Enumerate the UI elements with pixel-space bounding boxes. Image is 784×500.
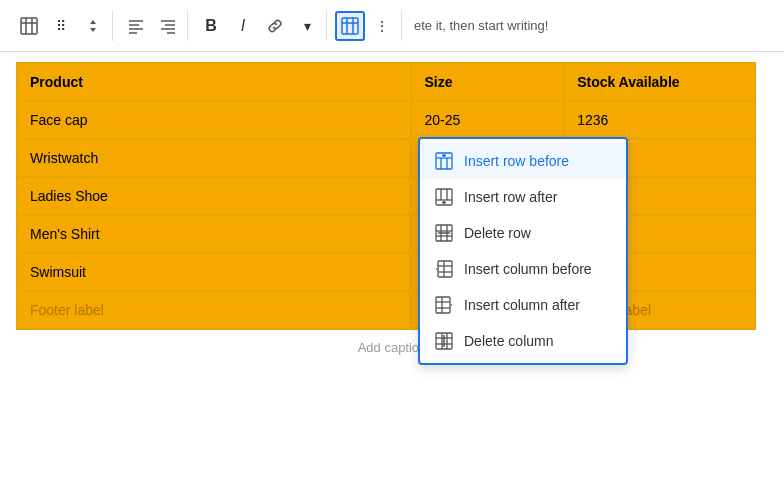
cell-product-2: Ladies Shoe [17,177,411,215]
table-icon-btn[interactable] [14,11,44,41]
align-right-btn[interactable] [153,11,183,41]
svg-rect-12 [342,18,358,34]
menu-label-insert-row-before: Insert row before [464,153,569,169]
cell-product-3: Men's Shirt [17,215,411,253]
arrows-updown-btn[interactable] [78,11,108,41]
insert-col-after-icon [434,295,454,315]
table-icon [20,17,38,35]
table-wrapper: Product Size Stock Available Face cap 20… [0,52,784,359]
menu-item-delete-row[interactable]: Delete row [420,215,626,251]
menu-label-insert-row-after: Insert row after [464,189,557,205]
menu-item-insert-row-after[interactable]: Insert row after [420,179,626,215]
delete-col-icon [434,331,454,351]
bold-btn[interactable]: B [196,11,226,41]
header-stock: Stock Available [564,63,755,101]
insert-row-after-icon [434,187,454,207]
link-icon [266,17,284,35]
svg-rect-34 [438,261,452,277]
table-row: Swimsuit 30-45 950 [17,253,755,291]
menu-item-insert-col-before[interactable]: Insert column before [420,251,626,287]
chevron-down-btn[interactable]: ▾ [292,11,322,41]
menu-label-delete-col: Delete column [464,333,554,349]
table-head: Product Size Stock Available [17,63,755,101]
align-left-icon [127,17,145,35]
table-body: Face cap 20-25 1236 Wristwatch 50-60 700… [17,101,755,291]
header-row: Product Size Stock Available [17,63,755,101]
table-row: Face cap 20-25 1236 [17,101,755,139]
link-btn[interactable] [260,11,290,41]
cell-product-0: Face cap [17,101,411,139]
footer-row: Footer label Footer label Footer label [17,291,755,329]
table-foot: Footer label Footer label Footer label [17,291,755,329]
cell-size-0: 20-25 [411,101,564,139]
align-right-icon [159,17,177,35]
menu-item-insert-row-before[interactable]: Insert row before [420,143,626,179]
more-options-btn[interactable]: ⋮ [367,11,397,41]
table-row: Men's Shirt 45-100 456 [17,215,755,253]
menu-item-insert-col-after[interactable]: Insert column after [420,287,626,323]
toolbar-group-table-active: ⋮ [331,11,402,41]
italic-btn[interactable]: I [228,11,258,41]
toolbar-group-table: ⠿ [10,11,113,41]
table-row: Wristwatch 50-60 700 [17,139,755,177]
menu-label-insert-col-after: Insert column after [464,297,580,313]
toolbar-group-align [117,11,188,41]
header-product: Product [17,63,411,101]
header-size: Size [411,63,564,101]
insert-col-before-icon [434,259,454,279]
svg-rect-39 [436,297,450,313]
toolbar-trailing-text: ete it, then start writing! [406,18,548,33]
cell-stock-0: 1236 [564,101,755,139]
menu-label-delete-row: Delete row [464,225,531,241]
insert-row-before-icon [434,151,454,171]
arrows-icon [85,18,101,34]
data-table: Product Size Stock Available Face cap 20… [16,62,756,330]
delete-row-icon [434,223,454,243]
menu-item-delete-col[interactable]: Delete column [420,323,626,359]
table-active-btn[interactable] [335,11,365,41]
svg-rect-0 [21,18,37,34]
toolbar-group-format: B I ▾ [192,11,327,41]
context-menu: Insert row before Insert row after [418,137,628,365]
table-active-icon [341,17,359,35]
drag-handle-btn[interactable]: ⠿ [46,11,76,41]
footer-cell-0: Footer label [17,291,411,329]
menu-label-insert-col-before: Insert column before [464,261,592,277]
align-left-btn[interactable] [121,11,151,41]
table-row: Ladies Shoe 25-30 1500 [17,177,755,215]
cell-product-1: Wristwatch [17,139,411,177]
toolbar: ⠿ B I [0,0,784,52]
table-caption[interactable]: Add caption [16,336,768,359]
cell-product-4: Swimsuit [17,253,411,291]
